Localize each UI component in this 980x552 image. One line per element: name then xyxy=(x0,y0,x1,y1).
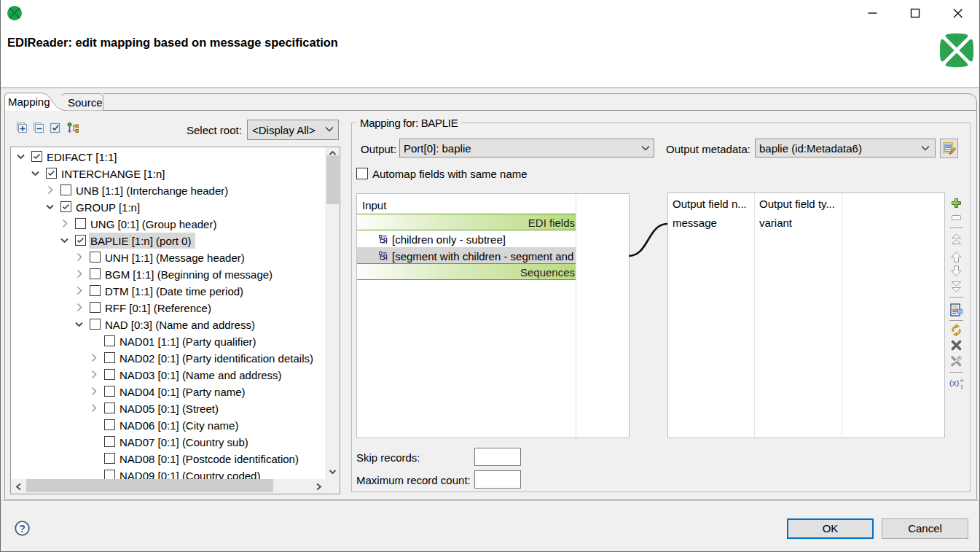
svg-text:(x): (x) xyxy=(949,378,960,387)
svg-text:?: ? xyxy=(19,522,26,534)
svg-text:1: 1 xyxy=(960,384,963,389)
svg-text:∞: ∞ xyxy=(960,378,964,383)
